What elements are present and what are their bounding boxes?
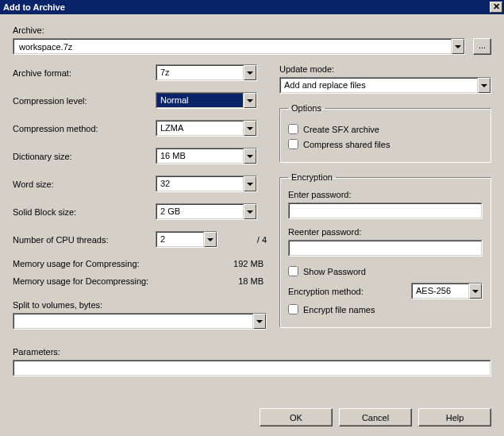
block-combo[interactable]: 2 GB	[156, 203, 257, 220]
ok-button[interactable]: OK	[260, 408, 333, 426]
options-legend: Options	[288, 103, 325, 113]
chevron-down-icon[interactable]	[253, 314, 266, 329]
method-combo[interactable]: LZMA	[156, 120, 257, 137]
options-group: Options Create SFX archive Compress shar…	[279, 103, 491, 163]
chevron-down-icon[interactable]	[244, 65, 256, 80]
method-label: Compression method:	[13, 124, 156, 133]
block-label: Solid Block size:	[13, 207, 156, 217]
params-input[interactable]	[17, 363, 487, 374]
encnames-label: Encrypt file names	[303, 305, 375, 314]
shared-checkbox[interactable]	[288, 139, 298, 149]
archive-combo[interactable]	[13, 38, 465, 55]
encryption-legend: Encryption	[288, 172, 336, 182]
close-icon[interactable]: ✕	[490, 2, 502, 13]
threads-value: 2	[156, 232, 204, 247]
left-column: Archive format: 7z Compression level: No…	[13, 64, 267, 338]
word-combo[interactable]: 32	[156, 176, 257, 192]
dict-combo[interactable]: 16 MB	[156, 148, 257, 164]
threads-total: / 4	[227, 235, 267, 245]
shared-label: Compress shared files	[303, 140, 390, 149]
level-label: Compression level:	[13, 96, 156, 106]
update-value: Add and replace files	[280, 78, 478, 93]
memc-label: Memory usage for Compressing:	[13, 259, 140, 268]
threads-label: Number of CPU threads:	[13, 235, 156, 245]
chevron-down-icon[interactable]	[244, 176, 256, 191]
repassword-input[interactable]	[293, 243, 478, 254]
repassword-field[interactable]	[288, 240, 483, 257]
chevron-down-icon[interactable]	[452, 39, 464, 54]
word-value: 32	[156, 176, 244, 191]
cancel-button[interactable]: Cancel	[339, 408, 412, 426]
memd-label: Memory usage for Decompressing:	[13, 276, 148, 286]
chevron-down-icon[interactable]	[204, 232, 217, 247]
split-label: Split to volumes, bytes:	[13, 300, 267, 310]
browse-button[interactable]: ...	[473, 38, 491, 55]
dialog-content: Archive: ... Archive format: 7z Compress…	[0, 14, 504, 436]
password-label: Enter password:	[288, 190, 483, 199]
split-input[interactable]	[17, 316, 249, 327]
titlebar: Add to Archive ✕	[0, 0, 504, 14]
showpw-checkbox[interactable]	[288, 266, 298, 276]
right-column: Update mode: Add and replace files Optio…	[279, 64, 491, 338]
password-field[interactable]	[288, 203, 483, 219]
help-button[interactable]: Help	[418, 408, 491, 426]
memd-value: 18 MB	[238, 276, 264, 286]
chevron-down-icon[interactable]	[469, 284, 482, 299]
chevron-down-icon[interactable]	[244, 93, 256, 108]
method-value: LZMA	[156, 121, 244, 136]
chevron-down-icon[interactable]	[244, 204, 256, 219]
split-combo[interactable]	[13, 313, 267, 330]
params-field[interactable]	[13, 360, 491, 376]
sfx-label: Create SFX archive	[303, 125, 379, 134]
dict-value: 16 MB	[156, 149, 244, 164]
update-combo[interactable]: Add and replace files	[279, 77, 491, 94]
repassword-label: Reenter password:	[288, 227, 483, 237]
encnames-checkbox[interactable]	[288, 304, 298, 314]
threads-combo[interactable]: 2	[156, 231, 217, 248]
archive-label: Archive:	[13, 25, 491, 35]
dict-label: Dictionary size:	[13, 152, 156, 161]
window-title: Add to Archive	[3, 2, 65, 12]
block-value: 2 GB	[156, 204, 244, 219]
level-combo[interactable]: Normal	[156, 92, 257, 109]
format-label: Archive format:	[13, 68, 156, 78]
encmethod-combo[interactable]: AES-256	[411, 283, 483, 299]
encryption-group: Encryption Enter password: Reenter passw…	[279, 172, 491, 328]
chevron-down-icon[interactable]	[478, 78, 491, 93]
word-label: Word size:	[13, 179, 156, 189]
update-label: Update mode:	[279, 64, 491, 74]
chevron-down-icon[interactable]	[244, 149, 256, 164]
format-value: 7z	[156, 65, 244, 80]
archive-input[interactable]	[17, 41, 448, 52]
encmethod-value: AES-256	[412, 284, 469, 299]
footer-buttons: OK Cancel Help	[260, 408, 491, 426]
memc-value: 192 MB	[233, 259, 264, 268]
format-combo[interactable]: 7z	[156, 64, 257, 81]
showpw-label: Show Password	[303, 267, 366, 276]
chevron-down-icon[interactable]	[244, 121, 256, 136]
encmethod-label: Encryption method:	[288, 287, 405, 296]
level-value: Normal	[156, 93, 244, 108]
params-label: Parameters:	[13, 347, 491, 357]
sfx-checkbox[interactable]	[288, 124, 298, 134]
password-input[interactable]	[293, 206, 478, 217]
